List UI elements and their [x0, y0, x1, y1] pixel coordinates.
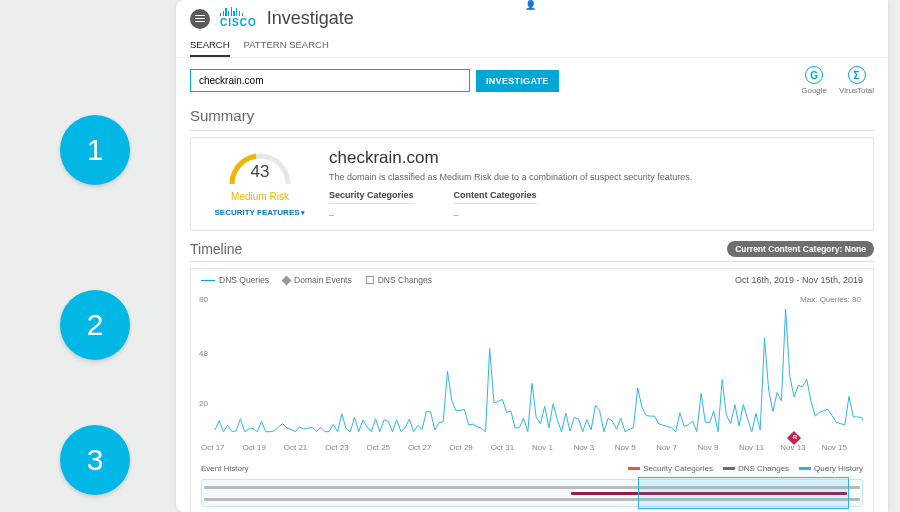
divider — [190, 261, 874, 262]
date-range: Oct 16th, 2019 - Nov 15th, 2019 — [735, 275, 863, 285]
domain-desc: The domain is classified as Medium Risk … — [329, 172, 859, 182]
cisco-bars-icon — [220, 7, 243, 16]
top-tabs: SEARCH PATTERN SEARCH — [176, 33, 888, 58]
summary-main: checkrain.com The domain is classified a… — [329, 148, 859, 220]
legend-label: Domain Events — [294, 275, 352, 285]
virustotal-link[interactable]: Σ VirusTotal — [839, 66, 874, 95]
risk-score: 43 — [226, 162, 294, 182]
timeline-heading: Timeline — [190, 241, 727, 257]
menu-icon[interactable] — [190, 9, 210, 29]
timeline-header: Timeline Current Content Category: None — [190, 241, 874, 257]
callout-3: 3 — [60, 425, 130, 495]
security-categories-value: – — [329, 210, 414, 220]
app-window: CISCO Investigate SEARCH PATTERN SEARCH … — [176, 0, 888, 512]
content-categories-value: – — [454, 210, 537, 220]
google-link[interactable]: G Google — [801, 66, 827, 95]
chart-svg — [201, 291, 863, 441]
legend-label: DNS Queries — [219, 275, 269, 285]
ytick: 20 — [199, 399, 208, 408]
google-label: Google — [801, 86, 827, 95]
external-links: G Google Σ VirusTotal — [801, 66, 874, 95]
event-history-bars[interactable] — [201, 479, 863, 507]
legend-dns-changes[interactable]: DNS Changes — [723, 464, 789, 473]
divider — [190, 130, 874, 131]
risk-gauge: 43 Medium Risk SECURITY FEATURES — [205, 148, 315, 220]
callout-2: 2 — [60, 290, 130, 360]
risk-label: Medium Risk — [205, 191, 315, 202]
investigate-button[interactable]: INVESTIGATE — [476, 70, 559, 92]
event-history-title: Event History — [201, 464, 249, 473]
legend-sec-cat[interactable]: Security Categories — [628, 464, 713, 473]
hexagon-icon — [366, 276, 374, 284]
summary-card: 43 Medium Risk SECURITY FEATURES checkra… — [190, 137, 874, 231]
app-title: Investigate — [267, 8, 354, 29]
person-icon: 👤 — [525, 0, 536, 10]
search-row: INVESTIGATE G Google Σ VirusTotal — [176, 58, 888, 103]
security-features-toggle[interactable]: SECURITY FEATURES — [205, 208, 315, 217]
max-queries-label: Max. Queries: 80 — [800, 295, 861, 304]
event-history: Event History 👤 Security Categories DNS … — [201, 464, 863, 512]
security-categories-header: Security Categories — [329, 190, 414, 200]
search-input[interactable] — [190, 69, 470, 92]
selection-window[interactable] — [638, 477, 849, 509]
legend-dns-changes[interactable]: DNS Changes — [366, 275, 432, 285]
timeline-card: DNS Queries Domain Events DNS Changes Oc… — [190, 268, 874, 512]
callout-1: 1 — [60, 115, 130, 185]
google-icon: G — [805, 66, 823, 84]
cisco-logo: CISCO — [220, 9, 257, 28]
line-icon — [201, 280, 215, 281]
event-history-legend: Security Categories DNS Changes Query Hi… — [628, 464, 863, 473]
ytick: 80 — [199, 295, 208, 304]
virustotal-label: VirusTotal — [839, 86, 874, 95]
dns-queries-chart[interactable]: Max. Queries: 80 80 48 20 — [201, 291, 863, 441]
brand-text: CISCO — [220, 17, 257, 28]
tab-pattern-search[interactable]: PATTERN SEARCH — [244, 33, 329, 57]
legend-label: Query History — [814, 464, 863, 473]
content-categories-header: Content Categories — [454, 190, 537, 200]
timeline-legend: DNS Queries Domain Events DNS Changes Oc… — [201, 275, 863, 285]
legend-label: DNS Changes — [738, 464, 789, 473]
legend-query-history[interactable]: Query History — [799, 464, 863, 473]
category-columns: Security Categories – Content Categories… — [329, 190, 859, 220]
legend-domain-events[interactable]: Domain Events — [283, 275, 352, 285]
legend-label: DNS Changes — [378, 275, 432, 285]
legend-label: Security Categories — [643, 464, 713, 473]
diamond-icon — [282, 275, 292, 285]
domain-name: checkrain.com — [329, 148, 859, 168]
summary-heading: Summary — [176, 103, 888, 130]
content-category-badge: Current Content Category: None — [727, 241, 874, 257]
legend-dns-queries[interactable]: DNS Queries — [201, 275, 269, 285]
virustotal-icon: Σ — [848, 66, 866, 84]
ytick: 48 — [199, 349, 208, 358]
tab-search[interactable]: SEARCH — [190, 33, 230, 57]
